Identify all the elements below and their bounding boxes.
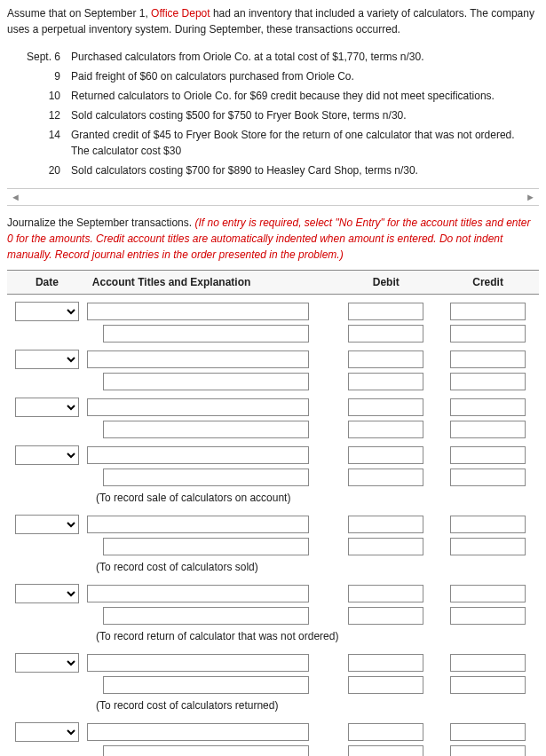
account-input[interactable] bbox=[87, 398, 309, 416]
transactions-list: Sept. 6Purchased calculators from Oriole… bbox=[25, 46, 539, 181]
debit-input[interactable] bbox=[348, 723, 423, 741]
account-input[interactable] bbox=[87, 585, 309, 602]
tx-text: Paid freight of $60 on calculators purch… bbox=[71, 67, 537, 85]
debit-input[interactable] bbox=[348, 446, 423, 464]
debit-input[interactable] bbox=[348, 516, 423, 533]
entry-explanation: (To record cost of calculators returned) bbox=[96, 697, 539, 713]
credit-input[interactable] bbox=[450, 745, 526, 756]
journal-entry: (To record sale of calculators on accoun… bbox=[7, 722, 539, 756]
debit-input[interactable] bbox=[348, 538, 423, 555]
scroll-right-icon[interactable]: ► bbox=[522, 190, 539, 205]
account-input[interactable] bbox=[103, 469, 309, 486]
header-debit: Debit bbox=[335, 271, 437, 294]
credit-input[interactable] bbox=[450, 446, 526, 464]
account-input[interactable] bbox=[103, 421, 309, 438]
account-input[interactable] bbox=[103, 676, 309, 694]
debit-input[interactable] bbox=[348, 607, 423, 625]
journal-entry bbox=[7, 302, 539, 343]
date-select[interactable] bbox=[15, 302, 79, 321]
tx-text: Returned calculators to Oriole Co. for $… bbox=[71, 87, 537, 105]
date-select[interactable] bbox=[15, 653, 79, 673]
journal-entry: (To record cost of calculators sold) bbox=[7, 515, 539, 575]
journal-entry: (To record cost of calculators returned) bbox=[7, 653, 539, 713]
credit-input[interactable] bbox=[450, 303, 526, 320]
date-select[interactable] bbox=[15, 584, 79, 603]
journal-entry: (To record return of calculator that was… bbox=[7, 584, 539, 644]
header-date: Date bbox=[7, 271, 87, 294]
credit-input[interactable] bbox=[450, 350, 526, 368]
tx-date: 10 bbox=[27, 87, 69, 105]
debit-input[interactable] bbox=[348, 745, 423, 756]
entry-explanation: (To record cost of calculators sold) bbox=[96, 559, 539, 575]
debit-input[interactable] bbox=[348, 585, 423, 602]
journal-entry bbox=[7, 398, 539, 438]
tx-text: Sold calculators costing $500 for $750 t… bbox=[71, 106, 537, 124]
debit-input[interactable] bbox=[348, 654, 423, 672]
account-input[interactable] bbox=[103, 745, 309, 756]
debit-input[interactable] bbox=[348, 303, 423, 320]
scroll-left-icon[interactable]: ◄ bbox=[7, 190, 24, 205]
credit-input[interactable] bbox=[450, 676, 526, 694]
tx-text: Sold calculators costing $700 for $890 t… bbox=[71, 161, 537, 179]
credit-input[interactable] bbox=[450, 538, 526, 555]
journal-entry bbox=[7, 350, 539, 390]
tx-date: 9 bbox=[27, 67, 69, 85]
date-select[interactable] bbox=[15, 350, 79, 369]
intro-pre: Assume that on September 1, bbox=[7, 7, 151, 20]
tx-date: 12 bbox=[27, 106, 69, 124]
debit-input[interactable] bbox=[348, 676, 423, 694]
debit-input[interactable] bbox=[348, 469, 423, 486]
account-input[interactable] bbox=[87, 350, 309, 368]
problem-intro: Assume that on September 1, Office Depot… bbox=[7, 5, 539, 37]
credit-input[interactable] bbox=[450, 325, 526, 343]
account-input[interactable] bbox=[103, 325, 309, 343]
instructions-lead: Journalize the September transactions. bbox=[7, 217, 194, 229]
date-select[interactable] bbox=[15, 445, 79, 465]
header-account: Account Titles and Explanation bbox=[87, 271, 336, 294]
account-input[interactable] bbox=[87, 516, 309, 533]
account-input[interactable] bbox=[103, 607, 309, 625]
debit-input[interactable] bbox=[348, 398, 423, 416]
company-name: Office Depot bbox=[151, 7, 210, 20]
credit-input[interactable] bbox=[450, 373, 526, 390]
horizontal-scroll-bar[interactable]: ◄ ► bbox=[7, 188, 539, 206]
credit-input[interactable] bbox=[450, 469, 526, 486]
tx-text: Purchased calculators from Oriole Co. at… bbox=[71, 48, 537, 66]
tx-date: 14 bbox=[27, 126, 69, 160]
debit-input[interactable] bbox=[348, 373, 423, 390]
debit-input[interactable] bbox=[348, 325, 423, 343]
credit-input[interactable] bbox=[450, 516, 526, 533]
date-select[interactable] bbox=[15, 515, 79, 534]
account-input[interactable] bbox=[103, 373, 309, 390]
debit-input[interactable] bbox=[348, 350, 423, 368]
credit-input[interactable] bbox=[450, 607, 526, 625]
account-input[interactable] bbox=[87, 446, 309, 464]
entry-explanation: (To record return of calculator that was… bbox=[96, 628, 539, 644]
debit-input[interactable] bbox=[348, 421, 423, 438]
tx-text: Granted credit of $45 to Fryer Book Stor… bbox=[71, 126, 537, 160]
date-select[interactable] bbox=[15, 722, 79, 742]
tx-date: Sept. 6 bbox=[27, 48, 69, 66]
instructions: Journalize the September transactions. (… bbox=[7, 215, 539, 263]
account-input[interactable] bbox=[87, 723, 309, 741]
credit-input[interactable] bbox=[450, 654, 526, 672]
account-input[interactable] bbox=[87, 303, 309, 320]
entry-explanation: (To record sale of calculators on accoun… bbox=[96, 490, 539, 506]
date-select[interactable] bbox=[15, 398, 79, 417]
credit-input[interactable] bbox=[450, 585, 526, 602]
account-input[interactable] bbox=[87, 654, 309, 672]
journal-header-row: Date Account Titles and Explanation Debi… bbox=[7, 270, 539, 295]
credit-input[interactable] bbox=[450, 421, 526, 438]
header-credit: Credit bbox=[437, 271, 539, 294]
credit-input[interactable] bbox=[450, 723, 526, 741]
account-input[interactable] bbox=[103, 538, 309, 555]
tx-date: 20 bbox=[27, 161, 69, 179]
journal-entry: (To record sale of calculators on accoun… bbox=[7, 445, 539, 506]
credit-input[interactable] bbox=[450, 398, 526, 416]
